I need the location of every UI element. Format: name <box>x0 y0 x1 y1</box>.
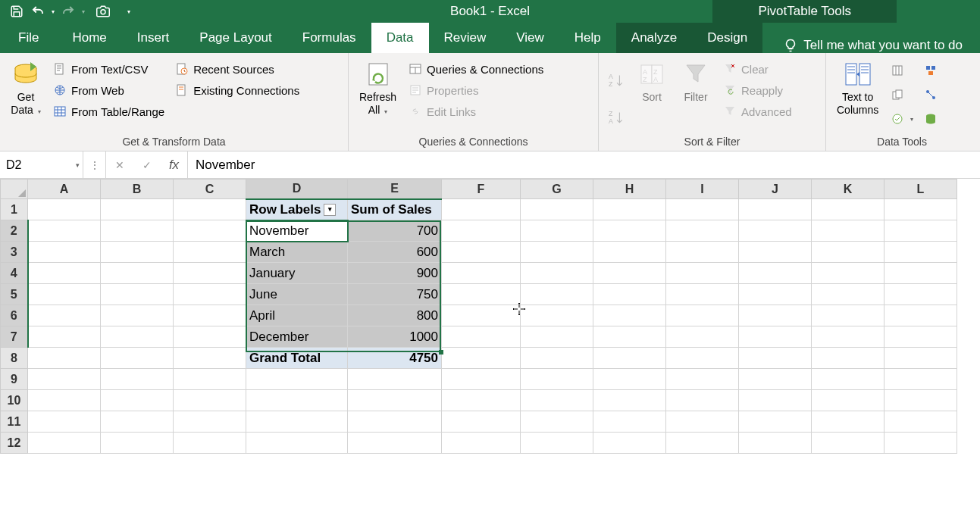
cell[interactable] <box>739 348 812 369</box>
cell[interactable]: April <box>246 305 348 326</box>
insert-function-button[interactable]: fx <box>161 151 188 178</box>
cell[interactable] <box>885 284 957 305</box>
row-header[interactable]: 9 <box>1 369 28 390</box>
cell[interactable] <box>174 263 246 284</box>
cell[interactable] <box>812 433 885 454</box>
cell[interactable] <box>593 242 666 263</box>
cell[interactable] <box>885 326 957 348</box>
tab-data[interactable]: Data <box>371 23 429 53</box>
col-header[interactable]: I <box>666 180 739 199</box>
cell[interactable] <box>28 390 101 411</box>
cell[interactable] <box>521 390 593 411</box>
fill-handle[interactable] <box>439 350 443 355</box>
cell[interactable] <box>739 326 812 348</box>
tab-help[interactable]: Help <box>559 23 616 53</box>
tell-me-search[interactable]: Tell me what you want to do <box>773 38 973 53</box>
tab-page-layout[interactable]: Page Layout <box>184 23 286 53</box>
from-text-csv-button[interactable]: From Text/CSV <box>50 59 168 79</box>
row-header[interactable]: 4 <box>1 263 28 284</box>
row-header[interactable]: 12 <box>1 433 28 454</box>
cell[interactable] <box>739 242 812 263</box>
cell[interactable]: 1000 <box>348 326 442 348</box>
cell[interactable] <box>666 326 739 348</box>
cell[interactable] <box>174 433 246 454</box>
cell[interactable] <box>812 390 885 411</box>
cell[interactable] <box>812 220 885 242</box>
cell[interactable] <box>593 411 666 433</box>
cell[interactable] <box>28 411 101 433</box>
col-header[interactable]: C <box>174 180 246 199</box>
cell[interactable] <box>521 263 593 284</box>
row-header[interactable]: 1 <box>1 199 28 220</box>
cell[interactable] <box>442 199 521 220</box>
cell[interactable]: January <box>246 263 348 284</box>
cell[interactable] <box>348 411 442 433</box>
tab-analyze[interactable]: Analyze <box>616 23 692 53</box>
cell[interactable]: 600 <box>348 242 442 263</box>
col-header[interactable]: G <box>521 180 593 199</box>
cell[interactable] <box>101 263 174 284</box>
cell[interactable] <box>521 242 593 263</box>
tab-view[interactable]: View <box>501 23 559 53</box>
cell[interactable] <box>885 433 957 454</box>
cell[interactable] <box>593 390 666 411</box>
get-data-button[interactable]: Get Data ▾ <box>6 56 45 136</box>
cell[interactable] <box>348 390 442 411</box>
col-header[interactable]: E <box>348 180 442 199</box>
cell[interactable] <box>739 263 812 284</box>
data-validation-button[interactable]: ▾ <box>888 109 916 129</box>
cell[interactable]: 750 <box>348 284 442 305</box>
cell[interactable] <box>101 220 174 242</box>
cell[interactable] <box>28 263 101 284</box>
cell[interactable] <box>442 369 521 390</box>
cell[interactable] <box>812 305 885 326</box>
cell-d2-active[interactable]: November <box>246 220 348 242</box>
from-table-range-button[interactable]: From Table/Range <box>50 102 168 121</box>
cell[interactable] <box>28 242 101 263</box>
cell[interactable] <box>101 433 174 454</box>
cell[interactable] <box>885 305 957 326</box>
cell[interactable] <box>348 433 442 454</box>
cell[interactable] <box>101 369 174 390</box>
tab-review[interactable]: Review <box>429 23 502 53</box>
cell[interactable] <box>442 242 521 263</box>
cell[interactable] <box>442 305 521 326</box>
text-to-columns-button[interactable]: Text to Columns <box>832 56 883 136</box>
cell[interactable] <box>442 263 521 284</box>
cell[interactable] <box>101 348 174 369</box>
cell[interactable] <box>246 433 348 454</box>
cell[interactable] <box>666 433 739 454</box>
cell[interactable] <box>442 326 521 348</box>
row-header[interactable]: 7 <box>1 326 28 348</box>
cell[interactable] <box>885 242 957 263</box>
cell[interactable] <box>593 369 666 390</box>
cell[interactable] <box>812 263 885 284</box>
filter-dropdown-icon[interactable]: ▾ <box>324 204 336 216</box>
redo-dropdown-icon[interactable]: ▾ <box>80 8 86 15</box>
camera-icon[interactable] <box>94 2 112 20</box>
cell[interactable] <box>593 305 666 326</box>
col-header[interactable]: F <box>442 180 521 199</box>
cell[interactable] <box>28 348 101 369</box>
cell[interactable] <box>442 284 521 305</box>
cell[interactable] <box>174 390 246 411</box>
from-web-button[interactable]: From Web <box>50 80 168 100</box>
cell[interactable] <box>812 199 885 220</box>
select-all-corner[interactable] <box>1 180 28 199</box>
cell[interactable] <box>442 220 521 242</box>
cell[interactable] <box>812 411 885 433</box>
pivot-sum-header[interactable]: Sum of Sales <box>348 199 442 220</box>
qat-customize-icon[interactable]: ▾ <box>126 8 132 15</box>
cell[interactable] <box>521 411 593 433</box>
row-header[interactable]: 11 <box>1 411 28 433</box>
tab-design[interactable]: Design <box>692 23 762 53</box>
cell[interactable] <box>174 242 246 263</box>
tab-insert[interactable]: Insert <box>122 23 185 53</box>
cell[interactable] <box>521 220 593 242</box>
existing-connections-button[interactable]: Existing Connections <box>172 80 302 100</box>
cell[interactable] <box>739 433 812 454</box>
redo-icon[interactable] <box>59 2 77 20</box>
cell[interactable] <box>666 284 739 305</box>
cell[interactable] <box>246 411 348 433</box>
cell[interactable]: 800 <box>348 305 442 326</box>
